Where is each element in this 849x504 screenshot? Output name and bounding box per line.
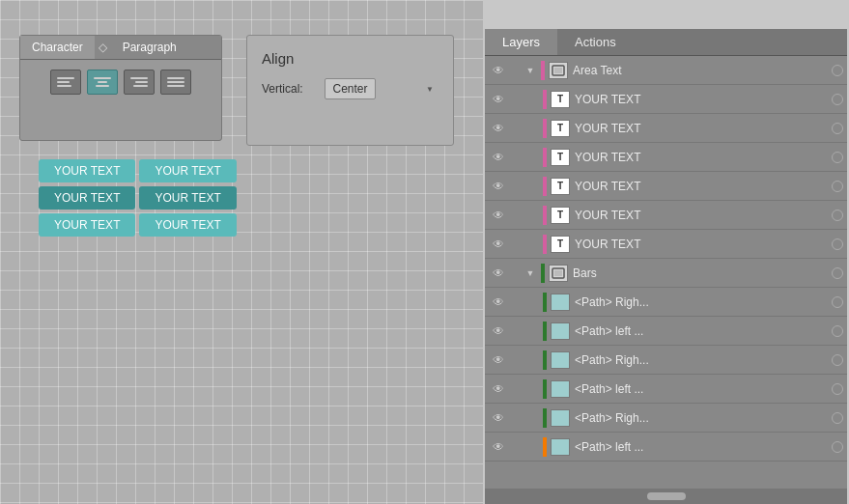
layer-row-path-3[interactable]: 👁 <Path> Righ... (485, 346, 847, 375)
layer-color-bar (543, 206, 547, 225)
layer-circle[interactable] (832, 238, 843, 250)
layer-row-text-3[interactable]: 👁 T YOUR TEXT (485, 143, 847, 172)
layer-name-path-1: <Path> Righ... (575, 295, 828, 309)
layer-name-path-4: <Path> left ... (575, 382, 828, 396)
align-vertical-label: Vertical: (262, 82, 315, 96)
layer-collapse-icon[interactable]: ▼ (524, 64, 537, 77)
layer-name-path-5: <Path> Righ... (575, 411, 828, 425)
layer-color-bar (543, 90, 547, 109)
layer-name-text-6: YOUR TEXT (575, 238, 828, 251)
align-vertical-select-wrapper: Top Center Bottom (325, 78, 439, 99)
layer-collapse-icon[interactable]: ▼ (524, 266, 537, 280)
layer-circle[interactable] (832, 94, 843, 105)
text-row-1: YOUR TEXT YOUR TEXT (39, 159, 237, 182)
layer-row-bars[interactable]: 👁 ▼ Bars (485, 259, 847, 288)
layer-name-bars: Bars (573, 266, 828, 280)
layer-row-path-6[interactable]: 👁 <Path> left ... (485, 433, 847, 462)
layer-eye-icon[interactable]: 👁 (489, 119, 508, 138)
align-left-icon (57, 77, 74, 87)
layer-bar-icon (551, 438, 570, 456)
character-panel-tabs: Character ◇ Paragraph (20, 36, 221, 60)
text-btn-3-1[interactable]: YOUR TEXT (39, 213, 135, 237)
layer-eye-icon[interactable]: 👁 (489, 293, 508, 312)
layer-name-text-5: YOUR TEXT (575, 209, 828, 222)
layer-bar-icon (551, 409, 570, 427)
layer-text-icon: T (551, 207, 570, 224)
text-btn-3-2[interactable]: YOUR TEXT (139, 213, 236, 237)
layer-row-path-5[interactable]: 👁 <Path> Righ... (485, 404, 847, 433)
layer-row-path-1[interactable]: 👁 <Path> Righ... (485, 288, 847, 317)
layer-circle[interactable] (832, 296, 843, 308)
tab-paragraph[interactable]: Paragraph (111, 36, 188, 59)
layer-circle[interactable] (832, 354, 843, 366)
layer-eye-icon[interactable]: 👁 (489, 90, 508, 109)
align-vertical-select[interactable]: Top Center Bottom (325, 78, 376, 99)
text-row-3: YOUR TEXT YOUR TEXT (39, 213, 237, 237)
layer-name-text-1: YOUR TEXT (575, 93, 828, 106)
layer-name-text-3: YOUR TEXT (575, 151, 828, 164)
layer-eye-icon[interactable]: 👁 (489, 322, 508, 341)
layer-color-bar (543, 177, 547, 196)
layer-circle[interactable] (832, 383, 843, 395)
layer-circle[interactable] (832, 152, 843, 163)
layer-row-text-1[interactable]: 👁 T YOUR TEXT (485, 85, 847, 114)
align-vertical-row: Vertical: Top Center Bottom (262, 78, 439, 99)
text-btn-1-1[interactable]: YOUR TEXT (39, 159, 135, 182)
layer-circle[interactable] (832, 123, 843, 134)
layer-name-path-3: <Path> Righ... (575, 353, 828, 367)
text-items-area: YOUR TEXT YOUR TEXT YOUR TEXT YOUR TEXT … (39, 159, 237, 237)
layer-color-bar (543, 293, 547, 312)
layer-circle[interactable] (832, 181, 843, 192)
layer-circle[interactable] (832, 210, 843, 221)
layer-bar-icon (551, 351, 570, 369)
layer-row-text-6[interactable]: 👁 T YOUR TEXT (485, 230, 847, 259)
text-btn-2-1[interactable]: YOUR TEXT (39, 186, 135, 210)
layer-circle[interactable] (832, 412, 843, 424)
layer-eye-icon[interactable]: 👁 (489, 235, 508, 254)
align-center-button[interactable] (87, 70, 118, 95)
align-left-button[interactable] (50, 70, 81, 95)
layer-row-area-text[interactable]: 👁 ▼ Area Text (485, 56, 847, 85)
align-buttons-group (20, 60, 221, 104)
layer-row-path-2[interactable]: 👁 <Path> left ... (485, 317, 847, 346)
character-panel: Character ◇ Paragraph (19, 35, 222, 141)
layer-name-path-2: <Path> left ... (575, 324, 828, 338)
tab-actions[interactable]: Actions (557, 29, 634, 55)
layer-circle[interactable] (832, 65, 843, 76)
layer-circle[interactable] (832, 267, 843, 279)
layer-row-path-4[interactable]: 👁 <Path> left ... (485, 375, 847, 404)
layer-row-text-2[interactable]: 👁 T YOUR TEXT (485, 114, 847, 143)
align-right-button[interactable] (124, 70, 155, 95)
layer-eye-icon[interactable]: 👁 (489, 264, 508, 283)
layer-eye-icon[interactable]: 👁 (489, 206, 508, 225)
layers-scrollbar[interactable] (485, 489, 847, 504)
layer-eye-icon[interactable]: 👁 (489, 408, 508, 428)
layer-eye-icon[interactable]: 👁 (489, 437, 508, 457)
tab-layers[interactable]: Layers (485, 29, 557, 55)
tab-character[interactable]: Character (20, 36, 95, 59)
align-justify-button[interactable] (160, 70, 191, 95)
layers-panel-tabs: Layers Actions (485, 29, 847, 56)
layer-color-bar (543, 408, 547, 428)
layer-group-icon (549, 62, 568, 79)
layer-eye-icon[interactable]: 👁 (489, 379, 508, 399)
layer-eye-icon[interactable]: 👁 (489, 61, 508, 80)
layer-circle[interactable] (832, 441, 843, 453)
text-btn-2-2[interactable]: YOUR TEXT (139, 186, 236, 210)
layer-row-text-4[interactable]: 👁 T YOUR TEXT (485, 172, 847, 201)
layers-list: 👁 ▼ Area Text 👁 T YOUR TEXT 👁 T (485, 56, 847, 462)
layer-circle[interactable] (832, 325, 843, 337)
layer-eye-icon[interactable]: 👁 (489, 177, 508, 196)
layer-color-bar (543, 235, 547, 254)
layer-row-text-5[interactable]: 👁 T YOUR TEXT (485, 201, 847, 230)
text-btn-1-2[interactable]: YOUR TEXT (139, 159, 236, 182)
layer-text-icon: T (551, 91, 570, 108)
layer-eye-icon[interactable]: 👁 (489, 148, 508, 167)
layer-color-bar (541, 61, 545, 80)
layer-text-icon: T (551, 178, 570, 195)
layer-eye-icon[interactable]: 👁 (489, 350, 508, 370)
layer-color-bar (541, 264, 545, 283)
layer-name-text-2: YOUR TEXT (575, 122, 828, 135)
layer-bar-icon (551, 322, 570, 340)
layer-name-area-text: Area Text (573, 64, 828, 77)
